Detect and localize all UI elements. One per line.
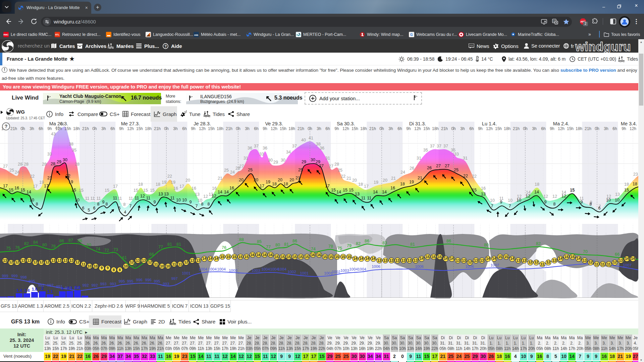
svg-text:8: 8 — [113, 268, 115, 272]
svg-text:22: 22 — [167, 174, 172, 179]
svg-text:13: 13 — [474, 258, 478, 262]
svg-text:9h: 9h — [47, 126, 52, 131]
svg-text:11: 11 — [146, 196, 151, 200]
svg-text:8: 8 — [590, 202, 592, 206]
svg-text:11: 11 — [129, 196, 133, 201]
svg-text:10: 10 — [176, 198, 181, 202]
svg-text:86: 86 — [365, 239, 369, 243]
svg-text:G: G — [410, 33, 413, 37]
svg-text:12: 12 — [613, 260, 617, 264]
svg-text:996: 996 — [145, 278, 151, 282]
svg-text:15: 15 — [565, 255, 569, 259]
svg-text:24: 24 — [15, 170, 19, 175]
svg-text:13: 13 — [190, 258, 194, 262]
svg-text:14: 14 — [202, 256, 207, 260]
svg-text:1.4: 1.4 — [16, 288, 22, 293]
svg-text:10: 10 — [517, 198, 521, 202]
svg-text:80: 80 — [484, 243, 489, 247]
svg-text:13: 13 — [516, 258, 520, 262]
svg-text:15: 15 — [624, 188, 629, 192]
svg-text:16: 16 — [481, 186, 486, 191]
svg-text:26: 26 — [410, 166, 414, 171]
svg-text:7: 7 — [509, 204, 511, 208]
svg-text:20: 20 — [352, 178, 357, 183]
svg-text:12: 12 — [589, 260, 593, 264]
svg-text:2: 2 — [41, 286, 44, 291]
svg-text:12: 12 — [15, 260, 19, 264]
svg-text:997: 997 — [171, 277, 177, 281]
svg-text:77: 77 — [266, 245, 271, 249]
svg-text:21h: 21h — [154, 126, 161, 131]
svg-text:21h: 21h — [10, 126, 17, 131]
svg-text:7: 7 — [196, 204, 198, 208]
svg-text:mb: mb — [194, 33, 198, 36]
svg-text:13: 13 — [57, 258, 61, 262]
svg-text:993: 993 — [163, 282, 169, 286]
svg-text:14: 14 — [486, 256, 490, 260]
svg-text:11: 11 — [82, 262, 86, 266]
svg-text:20: 20 — [383, 178, 387, 183]
svg-text:15: 15 — [71, 188, 76, 192]
svg-text:21h: 21h — [441, 126, 448, 131]
svg-text:15: 15 — [293, 255, 297, 259]
svg-text:9: 9 — [101, 266, 103, 270]
svg-text:15: 15 — [432, 255, 436, 259]
svg-text:37: 37 — [292, 144, 297, 148]
svg-text:13: 13 — [196, 258, 200, 262]
svg-text:15: 15 — [79, 188, 84, 193]
svg-text:12: 12 — [561, 194, 566, 198]
svg-text:19: 19 — [68, 180, 73, 184]
svg-text:?: ? — [164, 44, 167, 48]
svg-text:992: 992 — [47, 283, 53, 287]
svg-text:1003: 1003 — [252, 268, 260, 273]
svg-text:12h: 12h — [127, 126, 134, 131]
svg-text:12h: 12h — [55, 126, 62, 131]
svg-text:1004: 1004 — [208, 267, 217, 271]
svg-text:15: 15 — [105, 188, 109, 193]
svg-text:11: 11 — [154, 262, 158, 266]
svg-text:3h: 3h — [173, 126, 177, 131]
svg-text:70: 70 — [583, 249, 588, 254]
svg-text:17: 17 — [33, 184, 38, 189]
svg-text:16: 16 — [257, 253, 261, 257]
svg-text:13: 13 — [414, 258, 418, 262]
svg-text:9h: 9h — [550, 126, 554, 131]
svg-text:2.3: 2.3 — [75, 285, 80, 290]
svg-text:10: 10 — [508, 198, 513, 203]
svg-text:10: 10 — [182, 198, 187, 202]
svg-text:12: 12 — [45, 260, 49, 264]
svg-text:12h: 12h — [414, 126, 421, 131]
svg-text:14: 14 — [336, 190, 341, 194]
svg-text:79: 79 — [347, 243, 352, 248]
svg-text:15: 15 — [571, 255, 575, 259]
svg-text:1.8: 1.8 — [32, 287, 38, 292]
svg-text:12: 12 — [184, 260, 188, 264]
svg-text:13: 13 — [552, 258, 556, 262]
svg-text:10: 10 — [160, 264, 164, 268]
svg-text:13: 13 — [462, 258, 466, 262]
svg-text:13: 13 — [383, 258, 387, 262]
svg-text:9h: 9h — [478, 126, 482, 131]
svg-text:3h: 3h — [532, 126, 536, 131]
svg-text:Ma 26.3.: Ma 26.3. — [49, 122, 68, 126]
svg-text:0h: 0h — [595, 126, 599, 131]
svg-text:37: 37 — [443, 144, 448, 148]
svg-text:3h: 3h — [101, 126, 106, 131]
svg-text:13: 13 — [481, 192, 486, 196]
svg-text:12h: 12h — [199, 126, 206, 131]
svg-text:19: 19 — [409, 180, 414, 184]
svg-text:3h: 3h — [245, 126, 249, 131]
svg-text:17: 17 — [113, 184, 118, 189]
svg-text:12: 12 — [148, 260, 152, 264]
svg-text:15h: 15h — [280, 126, 286, 131]
svg-text:15h: 15h — [352, 126, 358, 131]
svg-text:14: 14 — [450, 256, 454, 260]
svg-text:87: 87 — [68, 238, 73, 243]
svg-text:Me 27.3.: Me 27.3. — [121, 122, 140, 126]
svg-text:41: 41 — [309, 136, 313, 140]
svg-text:80: 80 — [275, 243, 280, 247]
svg-text:15h: 15h — [495, 126, 502, 131]
svg-text:13: 13 — [395, 258, 399, 262]
svg-text:14: 14 — [224, 190, 229, 194]
svg-text:12: 12 — [526, 194, 530, 198]
